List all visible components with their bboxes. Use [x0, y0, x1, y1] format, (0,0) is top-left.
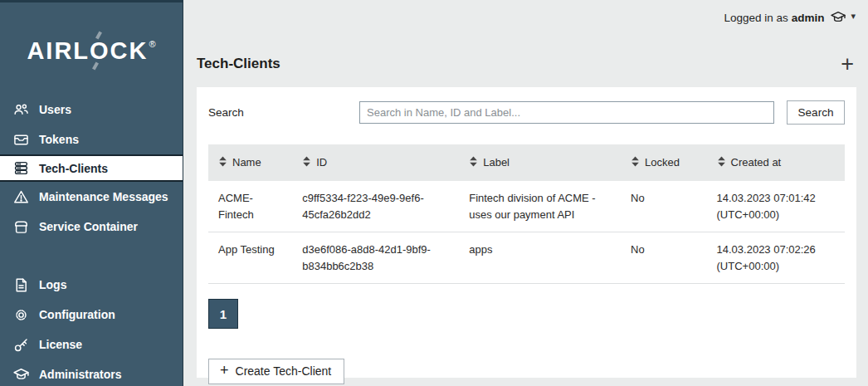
- sidebar-item-license[interactable]: License: [0, 330, 183, 359]
- graduation-cap-icon: [12, 365, 30, 384]
- sidebar-item-label: Logs: [39, 278, 66, 291]
- graduation-cap-icon: [830, 9, 846, 26]
- registered-mark: ®: [149, 39, 156, 49]
- column-label: Label: [483, 156, 510, 169]
- sidebar-item-label: Users: [39, 103, 71, 116]
- sidebar-item-maintenance-messages[interactable]: Maintenance Messages: [0, 182, 183, 212]
- column-header-created-at[interactable]: Created at: [707, 144, 845, 181]
- column-header-label[interactable]: Label: [459, 144, 621, 181]
- column-label: Locked: [645, 156, 680, 169]
- cell-name: ACME-Fintech: [208, 181, 292, 232]
- users-icon: [12, 100, 30, 119]
- search-label: Search: [208, 106, 359, 119]
- main-area: Logged in as admin ▾ Tech-Clients + Sear…: [183, 0, 868, 386]
- chevron-down-icon: ▾: [851, 11, 856, 22]
- topbar: Logged in as admin ▾: [183, 0, 868, 35]
- search-row: Search Search: [208, 100, 845, 125]
- cell-label: apps: [459, 232, 621, 284]
- user-menu[interactable]: Logged in as admin ▾: [724, 9, 856, 26]
- sidebar-item-administrators[interactable]: Administrators: [0, 359, 183, 386]
- column-header-name[interactable]: Name: [208, 144, 292, 181]
- sidebar-item-label: License: [39, 338, 82, 351]
- username: admin: [792, 12, 825, 24]
- column-label: ID: [316, 156, 327, 169]
- cell-name: App Testing: [208, 232, 292, 284]
- create-button-label: Create Tech-Client: [236, 364, 332, 378]
- pagination-page-1[interactable]: 1: [208, 299, 238, 329]
- sidebar-item-service-container[interactable]: Service Container: [0, 212, 183, 242]
- column-header-locked[interactable]: Locked: [621, 144, 707, 181]
- cell-created-at: 14.03.2023 07:02:26 (UTC+00:00): [707, 232, 845, 284]
- column-header-id[interactable]: ID: [292, 144, 459, 181]
- sidebar-item-label: Maintenance Messages: [39, 190, 168, 203]
- sidebar-group: LogsConfigurationLicenseAdministrators: [0, 270, 183, 386]
- plus-icon: +: [220, 364, 229, 376]
- logo-text-end: CK: [110, 37, 149, 64]
- cell-label: Fintech division of ACME - uses our paym…: [459, 181, 621, 232]
- logo-text: AIRL: [27, 37, 90, 64]
- sidebar-item-users[interactable]: Users: [0, 95, 183, 125]
- cell-locked: No: [621, 232, 707, 284]
- sidebar-item-label: Tokens: [39, 133, 79, 146]
- sort-icon[interactable]: [218, 156, 227, 169]
- sidebar-item-label: Administrators: [39, 368, 122, 381]
- content-panel: Search Search NameIDLabelLockedCreated a…: [197, 87, 856, 378]
- sort-icon[interactable]: [302, 156, 311, 169]
- add-tech-client-plus-icon[interactable]: +: [839, 56, 856, 72]
- warning-triangle-icon: [12, 188, 30, 206]
- tech-clients-icon: [12, 159, 30, 178]
- airlock-logo: AIRLOCK®: [0, 37, 183, 65]
- sidebar-item-label: Tech-Clients: [39, 162, 108, 175]
- key-icon: [12, 335, 30, 354]
- table-row[interactable]: App Testingd3e6f086-a8d8-42d1-9bf9-b834b…: [208, 232, 845, 284]
- search-button[interactable]: Search: [787, 100, 845, 125]
- tech-clients-table: NameIDLabelLockedCreated at ACME-Fintech…: [208, 144, 845, 284]
- tokens-icon: [12, 130, 30, 149]
- sidebar-item-logs[interactable]: Logs: [0, 270, 183, 300]
- sidebar: AIRLOCK® UsersTokensTech-ClientsMaintena…: [0, 0, 183, 386]
- logs-icon: [12, 276, 30, 294]
- cell-id: d3e6f086-a8d8-42d1-9bf9-b834bb6c2b38: [292, 232, 459, 284]
- cell-created-at: 14.03.2023 07:01:42 (UTC+00:00): [707, 181, 845, 232]
- logo-slashed-o: O: [90, 37, 110, 65]
- sidebar-item-tokens[interactable]: Tokens: [0, 125, 183, 154]
- page-title: Tech-Clients: [197, 56, 280, 72]
- column-label: Created at: [731, 156, 782, 169]
- sidebar-item-label: Configuration: [39, 308, 115, 321]
- logged-in-label: Logged in as: [724, 12, 788, 24]
- sidebar-item-label: Service Container: [39, 220, 138, 233]
- sort-icon[interactable]: [717, 156, 726, 169]
- app-window: AIRLOCK® UsersTokensTech-ClientsMaintena…: [0, 0, 868, 386]
- pagination: 1: [208, 299, 845, 329]
- table-header-row: NameIDLabelLockedCreated at: [208, 144, 845, 181]
- container-icon: [12, 217, 30, 236]
- search-input[interactable]: [359, 101, 774, 124]
- cell-id: c9ff5334-f223-49e9-9ef6-45cfa26b2dd2: [292, 181, 459, 232]
- sidebar-nav: UsersTokensTech-ClientsMaintenance Messa…: [0, 95, 183, 386]
- page-header: Tech-Clients +: [183, 35, 868, 87]
- cell-locked: No: [621, 181, 707, 232]
- sidebar-item-tech-clients[interactable]: Tech-Clients: [0, 154, 183, 182]
- sort-icon[interactable]: [631, 156, 640, 169]
- sidebar-group: UsersTokensTech-ClientsMaintenance Messa…: [0, 95, 183, 242]
- table-body: ACME-Fintechc9ff5334-f223-49e9-9ef6-45cf…: [208, 181, 845, 284]
- create-tech-client-button[interactable]: + Create Tech-Client: [208, 359, 344, 384]
- sidebar-item-configuration[interactable]: Configuration: [0, 300, 183, 330]
- column-label: Name: [232, 156, 261, 169]
- gear-icon: [12, 305, 30, 324]
- sort-icon[interactable]: [469, 156, 478, 169]
- table-row[interactable]: ACME-Fintechc9ff5334-f223-49e9-9ef6-45cf…: [208, 181, 845, 232]
